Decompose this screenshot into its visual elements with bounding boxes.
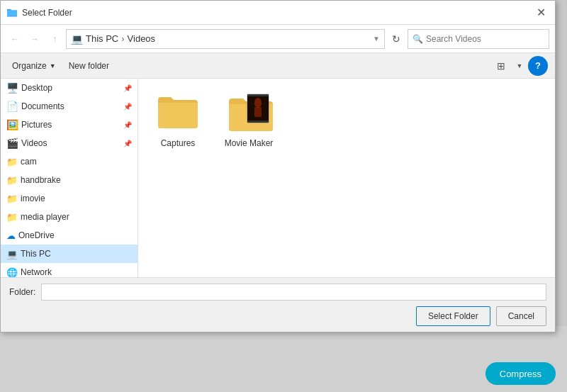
nav-item-imovie-label: imovie xyxy=(21,194,132,203)
nav-item-handbrake-label: handbrake xyxy=(21,175,132,185)
nav-item-imovie[interactable]: 📁 imovie xyxy=(1,189,137,208)
nav-item-documents[interactable]: 📄 Documents 📌 xyxy=(1,97,137,116)
path-this-pc: This PC xyxy=(86,33,118,44)
file-item-captures[interactable]: Captures xyxy=(150,90,206,151)
svg-rect-4 xyxy=(247,94,269,96)
bottom-bar: Folder: Select Folder Cancel xyxy=(1,277,555,332)
folder-input-row: Folder: xyxy=(9,284,546,301)
address-bar: ← → ↑ 💻 This PC › Videos ▼ ↻ 🔍 xyxy=(1,25,555,53)
path-videos: Videos xyxy=(128,33,156,44)
media-player-folder-icon: 📁 xyxy=(6,212,18,223)
file-item-movie-maker[interactable]: Movie Maker xyxy=(220,90,277,151)
back-button[interactable]: ← xyxy=(6,30,23,47)
organize-button[interactable]: Organize ▼ xyxy=(8,59,60,73)
nav-item-videos[interactable]: 🎬 Videos 📌 xyxy=(1,134,137,152)
help-button[interactable]: ? xyxy=(528,56,548,76)
content-area: 🖥️ Desktop 📌 📄 Documents 📌 🖼️ Pictures 📌… xyxy=(1,79,555,277)
svg-rect-3 xyxy=(254,107,262,117)
select-folder-button[interactable]: Select Folder xyxy=(416,306,490,326)
compress-button[interactable]: Compress xyxy=(485,362,556,385)
cancel-button[interactable]: Cancel xyxy=(496,306,546,326)
folder-input[interactable] xyxy=(41,284,546,301)
nav-item-pictures-label: Pictures xyxy=(21,120,120,130)
handbrake-folder-icon: 📁 xyxy=(6,175,18,186)
movie-maker-folder-icon xyxy=(228,93,270,135)
nav-item-media-player-label: media player xyxy=(21,212,132,222)
pin-icon-pictures: 📌 xyxy=(123,121,132,129)
pictures-icon: 🖼️ xyxy=(6,119,18,130)
nav-item-this-pc-label: This PC xyxy=(21,249,132,259)
nav-item-this-pc[interactable]: 💻 This PC xyxy=(1,245,137,263)
organize-dropdown-icon: ▼ xyxy=(50,62,56,69)
captures-folder-icon xyxy=(157,93,199,135)
refresh-button[interactable]: ↻ xyxy=(388,30,405,47)
cam-folder-icon: 📁 xyxy=(6,157,18,167)
search-icon: 🔍 xyxy=(412,34,423,44)
view-icon: ⊞ xyxy=(497,60,505,72)
forward-button[interactable]: → xyxy=(26,30,43,47)
button-row: Select Folder Cancel xyxy=(9,306,546,326)
nav-item-pictures[interactable]: 🖼️ Pictures 📌 xyxy=(1,116,137,134)
toolbar: Organize ▼ New folder ⊞ ▼ ? xyxy=(1,53,555,79)
organize-label: Organize xyxy=(12,61,47,71)
pin-icon-documents: 📌 xyxy=(123,103,132,111)
new-folder-button[interactable]: New folder xyxy=(64,59,113,73)
movie-maker-label: Movie Maker xyxy=(225,138,274,148)
captures-label: Captures xyxy=(161,138,196,148)
pin-icon-videos: 📌 xyxy=(123,140,132,147)
documents-icon: 📄 xyxy=(6,101,18,112)
help-icon: ? xyxy=(535,60,541,71)
nav-item-videos-label: Videos xyxy=(21,138,120,148)
view-button[interactable]: ⊞ xyxy=(491,56,511,76)
svg-point-2 xyxy=(254,98,262,108)
nav-item-onedrive[interactable]: ☁ OneDrive xyxy=(1,226,137,245)
videos-icon: 🎬 xyxy=(6,138,18,149)
close-button[interactable]: ✕ xyxy=(532,4,549,21)
folder-label: Folder: xyxy=(9,287,35,297)
view-dropdown-button[interactable]: ▼ xyxy=(514,56,525,76)
pin-icon-desktop: 📌 xyxy=(123,84,132,92)
this-pc-icon: 💻 xyxy=(6,249,18,259)
desktop-icon: 🖥️ xyxy=(6,82,18,94)
dialog-title: Select Folder xyxy=(22,8,532,18)
onedrive-icon: ☁ xyxy=(6,230,16,241)
search-box[interactable]: 🔍 xyxy=(408,29,549,49)
nav-panel: 🖥️ Desktop 📌 📄 Documents 📌 🖼️ Pictures 📌… xyxy=(1,79,138,277)
nav-item-network[interactable]: 🌐 Network xyxy=(1,263,137,277)
address-path[interactable]: 💻 This PC › Videos ▼ xyxy=(66,29,385,49)
up-button[interactable]: ↑ xyxy=(46,30,63,47)
nav-item-onedrive-label: OneDrive xyxy=(18,230,132,240)
nav-item-documents-label: Documents xyxy=(21,101,120,111)
network-icon: 🌐 xyxy=(6,267,18,278)
nav-item-desktop[interactable]: 🖥️ Desktop 📌 xyxy=(1,79,137,97)
search-input[interactable] xyxy=(426,34,544,44)
nav-item-cam-label: cam xyxy=(21,157,132,167)
imovie-folder-icon: 📁 xyxy=(6,194,18,204)
background-app: Compress xyxy=(0,326,567,392)
nav-item-desktop-label: Desktop xyxy=(21,83,120,93)
nav-item-cam[interactable]: 📁 cam xyxy=(1,152,137,171)
svg-rect-5 xyxy=(247,121,269,123)
title-bar: Select Folder ✕ xyxy=(1,1,555,25)
dialog-icon xyxy=(6,7,18,18)
nav-item-network-label: Network xyxy=(21,267,132,277)
file-area: Captures xyxy=(138,79,555,277)
select-folder-dialog: Select Folder ✕ ← → ↑ 💻 This PC › Videos… xyxy=(0,0,556,332)
view-dropdown-icon: ▼ xyxy=(517,62,523,69)
nav-item-handbrake[interactable]: 📁 handbrake xyxy=(1,171,137,189)
nav-item-media-player[interactable]: 📁 media player xyxy=(1,208,137,226)
new-folder-label: New folder xyxy=(69,61,109,71)
